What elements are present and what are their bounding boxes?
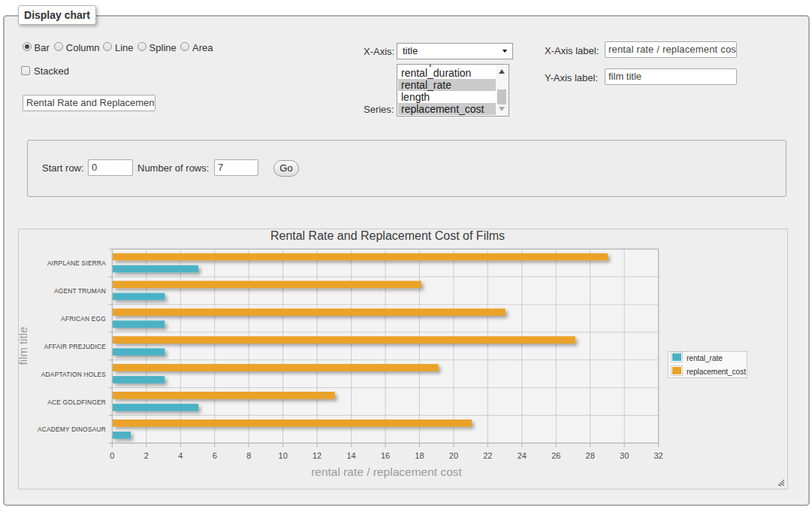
svg-text:AFFAIR PREJUDICE: AFFAIR PREJUDICE [44,343,107,350]
svg-text:10: 10 [279,451,288,460]
svg-text:12: 12 [312,451,321,460]
svg-text:6: 6 [213,451,217,460]
svg-text:28: 28 [586,451,595,460]
svg-text:32: 32 [654,451,663,460]
svg-text:26: 26 [551,451,560,460]
svg-text:ACADEMY DINOSAUR: ACADEMY DINOSAUR [38,426,106,433]
svg-text:Rental Rate and Replacement Co: Rental Rate and Replacement Cost of Film… [270,229,505,242]
svg-text:AFRICAN EGG: AFRICAN EGG [61,315,106,323]
svg-text:AGENT TRUMAN: AGENT TRUMAN [54,287,106,295]
svg-text:30: 30 [620,451,629,460]
svg-text:0: 0 [110,451,114,460]
svg-text:ADAPTATION HOLES: ADAPTATION HOLES [41,371,106,378]
svg-text:14: 14 [346,451,355,460]
svg-text:AIRPLANE SIERRA: AIRPLANE SIERRA [47,259,106,267]
svg-text:16: 16 [381,451,390,460]
svg-text:22: 22 [483,451,492,460]
svg-text:8: 8 [246,451,251,460]
svg-text:film title: film title [19,327,29,365]
svg-text:24: 24 [518,451,527,460]
svg-text:18: 18 [415,451,424,460]
svg-text:20: 20 [449,451,458,460]
svg-text:rental rate / replacement cost: rental rate / replacement cost [311,465,462,478]
svg-text:2: 2 [144,451,149,460]
svg-text:4: 4 [178,451,183,460]
svg-text:ACE GOLDFINGER: ACE GOLDFINGER [47,398,106,406]
